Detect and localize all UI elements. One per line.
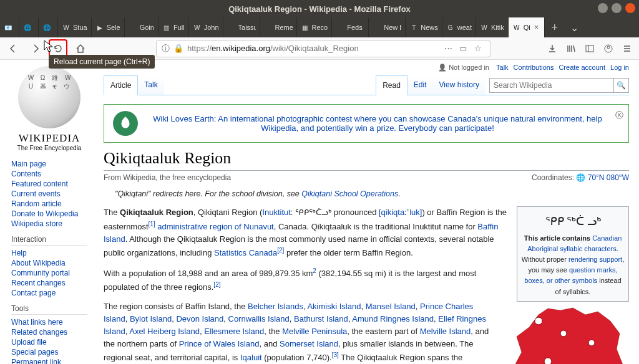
lock-icon[interactable]: 🔒	[173, 44, 183, 53]
browser-tab[interactable]: WStua	[58, 17, 92, 37]
sidebar-link[interactable]: Community portal	[11, 268, 87, 278]
ref-2a[interactable]: [2]	[277, 247, 284, 254]
link-inuktitut[interactable]: Inuktitut	[262, 208, 291, 217]
forward-button[interactable]	[26, 39, 45, 58]
link-island[interactable]: Cornwallis Island	[228, 314, 290, 323]
browser-tab[interactable]: 🌐	[39, 17, 58, 37]
search-input[interactable]	[489, 78, 614, 93]
link-island[interactable]: Ellesmere Island	[204, 327, 264, 336]
account-button[interactable]	[600, 39, 617, 58]
browser-tab[interactable]: Goin	[125, 17, 159, 37]
bookmark-star-icon[interactable]: ☆	[471, 44, 485, 53]
tab-label: Kitik	[491, 24, 504, 31]
browser-tab[interactable]: ▦Reco	[297, 17, 333, 37]
link-ipa[interactable]: [qikiqtaːˈluk]	[379, 208, 422, 217]
browser-tab[interactable]: 🌐	[19, 17, 39, 37]
link-island[interactable]: Bathurst Island	[294, 314, 348, 323]
banner-dismiss-button[interactable]: ⓧ	[615, 110, 623, 121]
tab-favicon-icon: ▶	[95, 23, 104, 32]
ref-3[interactable]: [3]	[332, 352, 339, 358]
tab-favicon-icon: ▦	[301, 23, 310, 32]
personal-link[interactable]: Create account	[559, 64, 605, 71]
sidebar-link[interactable]: Upload file	[11, 337, 87, 347]
personal-link[interactable]: Talk	[496, 64, 509, 71]
link-island[interactable]: Devon Island	[176, 314, 223, 323]
link-island[interactable]: Belcher Islands	[248, 302, 303, 311]
hatnote-link[interactable]: Qikiqtani School Operations	[301, 189, 398, 198]
downloads-button[interactable]	[544, 39, 560, 58]
browser-tab[interactable]: WQi×	[509, 17, 545, 37]
link-island[interactable]: Bylot Island	[130, 314, 172, 323]
sidebar-link[interactable]: Special pages	[11, 347, 87, 357]
browser-tab[interactable]: WJohn	[189, 17, 223, 37]
wikipedia-logo[interactable]: WIKIPEDIA The Free Encyclopedia	[11, 66, 87, 151]
search-button[interactable]: 🔍	[614, 78, 629, 93]
infobox-link-rendering[interactable]: rendering support	[568, 256, 622, 263]
link-iqaluit[interactable]: Iqaluit	[240, 353, 262, 362]
window-close-button[interactable]	[625, 3, 635, 13]
link-admin-region[interactable]: administrative region of Nunavut	[157, 222, 273, 231]
sidebar-button[interactable]	[582, 39, 598, 58]
browser-tab[interactable]: ▶Sele	[92, 17, 125, 37]
new-tab-button[interactable]: +	[545, 17, 565, 37]
sidebar-link[interactable]: Main page	[11, 159, 87, 169]
link-island[interactable]: Mansel Island	[366, 302, 416, 311]
back-button[interactable]	[4, 39, 22, 58]
link-island[interactable]: Axel Heiberg Island	[129, 327, 200, 336]
link-island[interactable]: Akimiski Island	[307, 302, 361, 311]
sidebar-link[interactable]: Random article	[11, 199, 87, 209]
link-somerset[interactable]: Somerset Island	[280, 339, 338, 348]
ref-2b[interactable]: [2]	[213, 281, 220, 288]
sidebar-link[interactable]: Permanent link	[11, 357, 87, 364]
link-statcan[interactable]: Statistics Canada	[214, 248, 277, 257]
tab-favicon-icon: 🌐	[42, 23, 51, 32]
tab-overflow-button[interactable]: ⌄	[565, 17, 585, 37]
link-melville-isl[interactable]: Melville Island	[420, 327, 471, 336]
browser-tab[interactable]: Gweat	[442, 17, 476, 37]
personal-link[interactable]: Contributions	[514, 64, 554, 71]
sidebar-link[interactable]: Featured content	[11, 179, 87, 189]
personal-link[interactable]: Log in	[610, 64, 629, 71]
link-melville-pen[interactable]: Melville Peninsula	[282, 327, 347, 336]
browser-tab[interactable]: 📧	[0, 17, 19, 37]
page-tab[interactable]: Talk	[138, 75, 163, 95]
page-actions-icon[interactable]: ⋯	[441, 44, 455, 53]
not-logged-in-label: Not logged in	[438, 64, 489, 71]
reader-mode-icon[interactable]: ▭	[456, 44, 470, 53]
window-maximize-button[interactable]	[612, 3, 622, 13]
region-map[interactable]	[504, 305, 629, 364]
browser-tab[interactable]: New bo	[369, 17, 406, 37]
browser-tab[interactable]: TNews	[406, 17, 442, 37]
browser-tab[interactable]: ▥Full	[159, 17, 189, 37]
site-info-icon[interactable]: ⓘ	[162, 43, 170, 54]
page-tab[interactable]: Edit	[407, 75, 433, 95]
sidebar-link[interactable]: Contact page	[11, 288, 87, 298]
url-bar[interactable]: ⓘ 🔒 https://en.wikipedia.org/wiki/Qikiqt…	[156, 40, 490, 57]
banner-link[interactable]: Wiki Loves Earth: An international photo…	[145, 114, 610, 133]
window-minimize-button[interactable]	[598, 3, 608, 13]
sidebar-link[interactable]: Help	[11, 248, 87, 258]
sidebar-link[interactable]: Current events	[11, 189, 87, 199]
browser-tab[interactable]: WKitik	[476, 17, 509, 37]
sidebar-link[interactable]: Recent changes	[11, 278, 87, 288]
tab-label: Feds re	[347, 24, 364, 31]
browser-tab[interactable]: Taissum	[223, 17, 260, 37]
link-island[interactable]: Amund Ringnes Island	[352, 314, 434, 323]
tab-close-button[interactable]: ×	[533, 24, 540, 31]
page-tab[interactable]: Read	[376, 75, 407, 95]
page-tab[interactable]: View history	[433, 75, 485, 95]
sidebar-link[interactable]: Related changes	[11, 327, 87, 337]
ref-1[interactable]: [1]	[149, 221, 155, 228]
library-button[interactable]	[563, 39, 579, 58]
sidebar-link[interactable]: Contents	[11, 169, 87, 179]
coordinates-link[interactable]: 70°N 080°W	[588, 173, 629, 182]
link-pow[interactable]: Prince of Wales Island	[179, 339, 260, 348]
browser-tab[interactable]: Feds re	[332, 17, 369, 37]
sidebar-link[interactable]: What links here	[11, 317, 87, 327]
sidebar-link[interactable]: Donate to Wikipedia	[11, 209, 87, 219]
menu-button[interactable]	[619, 39, 635, 58]
page-tab[interactable]: Article	[104, 75, 138, 95]
browser-tab[interactable]: Remem	[260, 17, 297, 37]
sidebar-link[interactable]: About Wikipedia	[11, 258, 87, 268]
sidebar-link[interactable]: Wikipedia store	[11, 219, 87, 229]
